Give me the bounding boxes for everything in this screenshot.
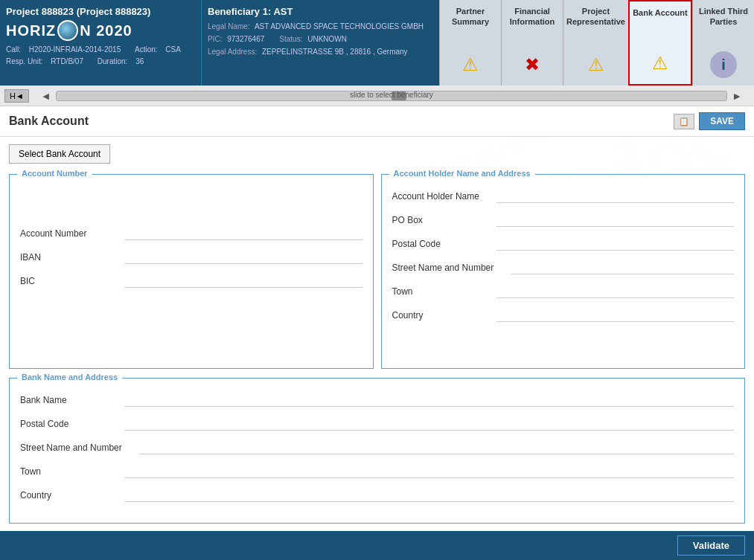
bank-country-label: Country — [20, 489, 124, 501]
action-label: Action: — [135, 45, 159, 54]
pic-label: PIC: — [208, 35, 222, 43]
bank-street-row: Street Name and Number — [20, 441, 734, 457]
holder-town-label: Town — [392, 285, 496, 297]
bank-postal-code-row: Postal Code — [20, 417, 734, 434]
holder-postal-code-value[interactable] — [496, 237, 735, 251]
globe-icon — [57, 20, 78, 41]
warning-icon-2: ⚠ — [588, 54, 604, 75]
account-number-label: Account Number — [20, 227, 124, 239]
save-button[interactable]: SAVE — [699, 112, 745, 130]
bank-postal-code-label: Postal Code — [20, 417, 124, 429]
account-holder-section: Account Holder Name and Address Account … — [381, 174, 746, 369]
holder-country-value[interactable] — [496, 309, 735, 322]
bank-street-value[interactable] — [139, 441, 734, 454]
account-number-legend: Account Number — [17, 169, 92, 178]
bic-label: BIC — [20, 274, 124, 286]
page-title: Bank Account — [9, 115, 89, 128]
beneficiary-details: Legal Name: AST ADVANCED SPACE TECHNOLOG… — [208, 20, 433, 58]
bank-name-label: Bank Name — [20, 393, 124, 405]
project-title: Project 888823 (Project 888823) — [6, 6, 195, 17]
bank-country-value[interactable] — [124, 489, 734, 502]
slider-label: slide to select beneficiary — [350, 91, 433, 99]
bank-town-row: Town — [20, 465, 734, 481]
toolbar: H◄ ◄ slide to select beneficiary ► — [0, 86, 754, 106]
holder-town-row: Town — [392, 285, 735, 301]
account-holder-legend: Account Holder Name and Address — [389, 169, 535, 178]
holder-country-row: Country — [392, 309, 735, 325]
bank-postal-code-value[interactable] — [124, 417, 734, 431]
validate-button[interactable]: Validate — [677, 535, 745, 556]
tab-linked-third-parties[interactable]: Linked Third Parties i — [692, 0, 754, 86]
error-icon: ✖ — [525, 54, 540, 75]
bank-name-value[interactable] — [124, 393, 734, 407]
select-bank-account-button[interactable]: Select Bank Account — [9, 144, 110, 164]
info-icon: i — [710, 51, 737, 78]
legal-name-value: AST ADVANCED SPACE TECHNOLOGIES GMBH — [255, 22, 424, 30]
tab-bank-account-label: Bank Account — [633, 7, 688, 18]
account-number-section: Account Number Account Number IBAN BIC — [9, 174, 374, 369]
tab-linked-third-parties-label: Linked Third Parties — [696, 6, 751, 28]
po-box-row: PO Box — [392, 213, 735, 230]
tab-linked-third-parties-icon: i — [709, 50, 738, 80]
bank-town-label: Town — [20, 465, 124, 477]
warning-icon: ⚠ — [462, 54, 479, 75]
iban-row: IBAN — [20, 251, 362, 267]
slider-track[interactable]: slide to select beneficiary — [56, 91, 727, 101]
po-box-value[interactable] — [496, 213, 735, 227]
account-number-value[interactable] — [124, 227, 362, 240]
iban-value[interactable] — [124, 251, 362, 264]
export-button[interactable]: 📋 — [674, 114, 694, 129]
holder-postal-code-label: Postal Code — [392, 237, 496, 249]
beneficiary-title: Beneficiary 1: AST — [208, 6, 433, 17]
nav-tabs: Partner Summary ⚠ Financial Information … — [439, 0, 754, 86]
account-holder-name-value[interactable] — [496, 190, 735, 203]
duration-label: Duration: — [98, 57, 130, 65]
validate-bar: Validate — [0, 531, 754, 560]
page-header: Bank Account 📋 SAVE — [0, 106, 754, 137]
bank-name-legend: Bank Name and Address — [17, 373, 122, 382]
resp-unit-label: Resp. Unit: — [6, 57, 45, 65]
tab-partner-summary-icon: ⚠ — [456, 50, 485, 80]
back-button[interactable]: H◄ — [4, 89, 29, 103]
tab-project-representative-label: Project Representative — [566, 6, 625, 28]
legal-name-label: Legal Name: — [208, 22, 250, 30]
tab-partner-summary-label: Partner Summary — [443, 6, 498, 28]
address-value: ZEPPELINSTRASSE 9B , 28816 , Germany — [262, 48, 408, 56]
status-label: Status: — [279, 35, 302, 43]
bank-country-row: Country — [20, 489, 734, 505]
holder-street-value[interactable] — [511, 261, 735, 274]
tab-project-representative[interactable]: Project Representative ⚠ — [563, 0, 628, 86]
project-info-panel: Project 888823 (Project 888823) HORIZ N … — [0, 0, 201, 86]
holder-country-label: Country — [392, 309, 496, 321]
back-icon: H◄ — [10, 91, 24, 100]
save-area: 📋 SAVE — [674, 112, 745, 130]
page-container: Bank Account 📋 SAVE historical document … — [0, 106, 754, 560]
tab-partner-summary[interactable]: Partner Summary ⚠ — [439, 0, 501, 86]
beneficiary-panel: Beneficiary 1: AST Legal Name: AST ADVAN… — [201, 0, 439, 86]
pic-value: 973276467 — [227, 35, 264, 43]
resp-unit-value: RTD/B/07 — [51, 57, 83, 65]
header: Project 888823 (Project 888823) HORIZ N … — [0, 0, 754, 86]
holder-town-value[interactable] — [496, 285, 735, 298]
holder-street-label: Street Name and Number — [392, 261, 511, 273]
slider-left-arrow[interactable]: ◄ — [41, 90, 51, 102]
tab-bank-account[interactable]: Bank Account ⚠ — [628, 0, 692, 86]
status-value: UNKNOWN — [307, 35, 347, 43]
call-label: Call: — [6, 45, 23, 54]
account-holder-name-label: Account Holder Name — [392, 190, 496, 202]
address-label: Legal Address: — [208, 48, 257, 56]
bank-name-row: Bank Name — [20, 393, 734, 410]
bic-row: BIC — [20, 274, 362, 291]
horizon-logo: HORIZ N 2020 — [6, 20, 195, 41]
slider-right-arrow[interactable]: ► — [732, 90, 742, 102]
duration-value: 36 — [135, 57, 144, 65]
holder-postal-code-row: Postal Code — [392, 237, 735, 254]
tab-financial-information[interactable]: Financial Information ✖ — [501, 0, 563, 86]
tab-financial-information-icon: ✖ — [517, 50, 547, 80]
project-details: Call: H2020-INFRAIA-2014-2015 Action: CS… — [6, 44, 195, 68]
holder-street-row: Street Name and Number — [392, 261, 735, 277]
bic-value[interactable] — [124, 274, 362, 288]
bank-town-value[interactable] — [124, 465, 734, 478]
warning-icon-3: ⚠ — [652, 53, 668, 74]
account-holder-name-row: Account Holder Name — [392, 190, 735, 206]
